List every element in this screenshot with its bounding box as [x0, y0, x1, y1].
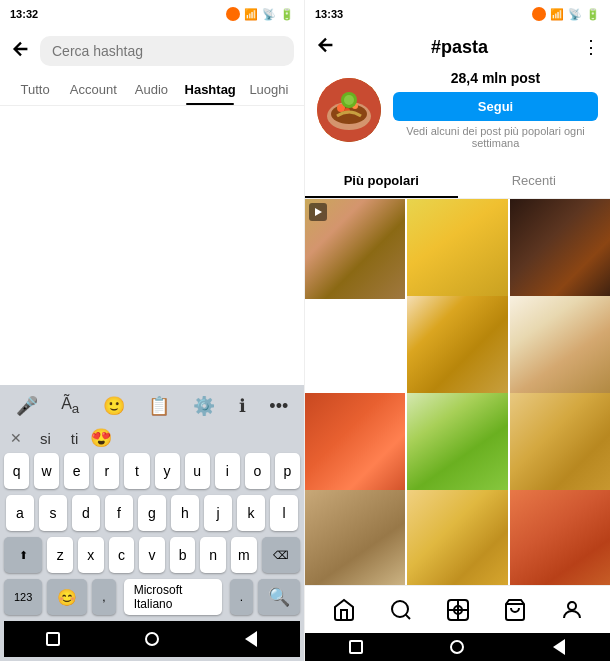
clipboard-icon[interactable]: 📋 [148, 395, 170, 417]
photo-cell-9[interactable] [305, 490, 405, 585]
nav-profile-icon[interactable] [554, 592, 590, 628]
status-icons-right: 📶 📡 🔋 [532, 7, 600, 21]
left-panel: 13:32 📶 📡 🔋 Tutto Account Audio H [0, 0, 305, 661]
tab-hashtag[interactable]: Hashtag [181, 74, 240, 105]
info-icon[interactable]: ℹ [239, 395, 246, 417]
nav-search-icon[interactable] [383, 592, 419, 628]
photo-cell-2[interactable] [407, 199, 507, 299]
key-delete[interactable]: ⌫ [262, 537, 300, 573]
key-t[interactable]: t [124, 453, 149, 489]
key-g[interactable]: g [138, 495, 166, 531]
time-left: 13:32 [10, 8, 38, 20]
key-n[interactable]: n [200, 537, 226, 573]
key-k[interactable]: k [237, 495, 265, 531]
search-input[interactable] [52, 43, 282, 59]
svg-point-8 [392, 601, 408, 617]
settings-icon[interactable]: ⚙️ [193, 395, 215, 417]
back-button[interactable] [10, 38, 32, 65]
post-count: 28,4 mln post [393, 70, 598, 86]
tab-luoghi[interactable]: Luoghi [240, 74, 298, 105]
photo-cell-5[interactable] [510, 296, 610, 396]
key-i[interactable]: i [215, 453, 240, 489]
status-icons-left: 📶 📡 🔋 [226, 7, 294, 21]
nav-bar-right [305, 633, 610, 661]
key-b[interactable]: b [170, 537, 196, 573]
photo-cell-11[interactable] [510, 490, 610, 585]
key-y[interactable]: y [155, 453, 180, 489]
autocomplete-emoji[interactable]: 😍 [90, 427, 112, 449]
svg-point-7 [344, 95, 354, 105]
photo-cell-10[interactable] [407, 490, 507, 585]
hashtag-info: 28,4 mln post Segui Vedi alcuni dei post… [305, 66, 610, 159]
key-u[interactable]: u [185, 453, 210, 489]
wifi-icon: 📡 [262, 8, 276, 21]
key-h[interactable]: h [171, 495, 199, 531]
wifi-icon-right: 📡 [568, 8, 582, 21]
sticker-icon[interactable]: 🙂 [103, 395, 125, 417]
mic-icon[interactable]: 🎤 [16, 395, 38, 417]
key-f[interactable]: f [105, 495, 133, 531]
key-comma[interactable]: , [92, 579, 115, 615]
avatar-image [317, 78, 381, 142]
nav-circle-right[interactable] [447, 637, 467, 657]
key-r[interactable]: r [94, 453, 119, 489]
key-w[interactable]: w [34, 453, 59, 489]
key-e[interactable]: e [64, 453, 89, 489]
tab-tutto[interactable]: Tutto [6, 74, 64, 105]
nav-bar-left [4, 621, 300, 657]
nav-square[interactable] [43, 629, 63, 649]
more-icon[interactable]: ••• [269, 396, 288, 417]
tab-audio[interactable]: Audio [122, 74, 180, 105]
key-d[interactable]: d [72, 495, 100, 531]
nav-back-right[interactable] [549, 637, 569, 657]
key-shift[interactable]: ⬆ [4, 537, 42, 573]
photo-cell-8[interactable] [510, 393, 610, 493]
keyboard-row-2: a s d f g h j k l [4, 495, 300, 531]
nav-home-icon[interactable] [326, 592, 362, 628]
photo-cell-1[interactable] [305, 199, 405, 299]
key-m[interactable]: m [231, 537, 257, 573]
back-button-right[interactable] [315, 34, 337, 60]
key-z[interactable]: z [47, 537, 73, 573]
key-search[interactable]: 🔍 [258, 579, 300, 615]
more-options-button[interactable]: ⋮ [582, 36, 600, 58]
key-j[interactable]: j [204, 495, 232, 531]
photo-cell-6[interactable] [305, 393, 405, 493]
nav-back[interactable] [241, 629, 261, 649]
photo-cell-4[interactable] [407, 296, 507, 396]
key-l[interactable]: l [270, 495, 298, 531]
format-icon[interactable]: Ãa [61, 395, 79, 416]
key-x[interactable]: x [78, 537, 104, 573]
follow-button[interactable]: Segui [393, 92, 598, 121]
tab-account[interactable]: Account [64, 74, 122, 105]
key-o[interactable]: o [245, 453, 270, 489]
autocomplete-ti[interactable]: ti [63, 430, 87, 447]
key-emoji[interactable]: 😊 [47, 579, 87, 615]
search-bar [0, 28, 304, 74]
tab-popular[interactable]: Più popolari [305, 165, 458, 198]
key-p[interactable]: p [275, 453, 300, 489]
right-panel: 13:33 📶 📡 🔋 #pasta ⋮ [305, 0, 610, 661]
tab-recent[interactable]: Recenti [458, 165, 611, 198]
nav-shop-icon[interactable] [497, 592, 533, 628]
keyboard[interactable]: 🎤 Ãa 🙂 📋 ⚙️ ℹ ••• ✕ si ti 😍 q w e r t y [0, 385, 304, 661]
autocomplete-close[interactable]: ✕ [10, 430, 22, 446]
keyboard-row-1: q w e r t y u i o p [4, 453, 300, 489]
nav-circle[interactable] [142, 629, 162, 649]
search-input-wrap[interactable] [40, 36, 294, 66]
key-space[interactable]: Microsoft Italiano [124, 579, 222, 615]
nav-square-right[interactable] [346, 637, 366, 657]
photo-cell-3[interactable] [510, 199, 610, 299]
key-q[interactable]: q [4, 453, 29, 489]
bottom-nav [305, 585, 610, 633]
key-a[interactable]: a [6, 495, 34, 531]
key-v[interactable]: v [139, 537, 165, 573]
key-period[interactable]: . [230, 579, 253, 615]
key-c[interactable]: c [109, 537, 135, 573]
nav-reels-icon[interactable] [440, 592, 476, 628]
key-123[interactable]: 123 [4, 579, 42, 615]
keyboard-row-3: ⬆ z x c v b n m ⌫ [4, 537, 300, 573]
key-s[interactable]: s [39, 495, 67, 531]
autocomplete-si[interactable]: si [32, 430, 59, 447]
photo-cell-7[interactable] [407, 393, 507, 493]
